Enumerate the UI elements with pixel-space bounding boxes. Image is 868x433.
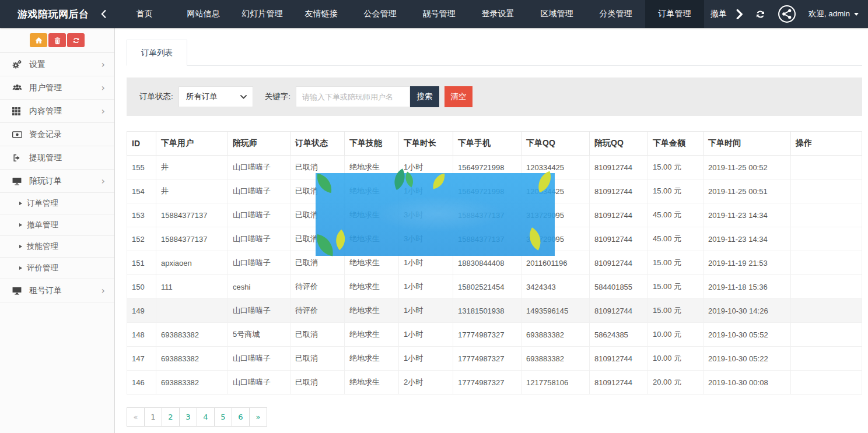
pagination-item[interactable]: 1 — [144, 407, 162, 427]
sidebar-subitem-review-mgmt[interactable]: 评价管理 — [0, 258, 114, 279]
table-cell: 810912744 — [590, 179, 648, 203]
table-cell: 5号商城 — [228, 323, 290, 347]
refresh-icon[interactable] — [755, 9, 765, 19]
table-cell: 2019-10-30 05:22 — [704, 347, 791, 371]
nav-item-nice-number[interactable]: 靓号管理 — [410, 0, 468, 28]
sidebar-item-settings[interactable]: 设置› — [0, 53, 114, 76]
pagination-item[interactable]: » — [249, 407, 267, 427]
table-cell: 810912744 — [590, 156, 648, 179]
pagination-item[interactable]: 3 — [179, 407, 197, 427]
nav-item-friend-links[interactable]: 友情链接 — [292, 0, 351, 28]
sidebar-collapse-icon[interactable] — [101, 10, 106, 18]
tab-order-list[interactable]: 订单列表 — [127, 40, 187, 66]
avatar-icon[interactable] — [778, 5, 796, 23]
table-cell — [791, 323, 862, 347]
grid-icon — [12, 107, 24, 115]
orders-table-wrap: ID下单用户陪玩师订单状态下单技能下单时长下单手机下单QQ陪玩QQ下单金额下单时… — [127, 131, 862, 395]
chevron-right-icon: › — [102, 83, 105, 93]
table-cell: 山口喵喵子 — [228, 347, 290, 371]
nav-item-cancel[interactable]: 撤单 — [704, 0, 729, 28]
table-cell: 810912744 — [590, 299, 648, 323]
nav-item-login-settings[interactable]: 登录设置 — [468, 0, 527, 28]
column-header: 陪玩师 — [228, 132, 290, 156]
chevron-right-icon: › — [102, 177, 105, 186]
table-row: 146693883382山口喵喵子已取消绝地求生2小时1777498732712… — [127, 371, 862, 395]
recycle-button[interactable] — [67, 33, 85, 47]
order-status-select[interactable]: 所有订单 — [178, 86, 253, 107]
table-cell: 10.00 元 — [648, 347, 704, 371]
table-cell: 13181501938 — [453, 299, 522, 323]
trash-button[interactable] — [48, 33, 66, 47]
user-menu[interactable]: 欢迎, admin — [808, 9, 859, 19]
sidebar-item-withdraw[interactable]: 提现管理 — [0, 146, 114, 170]
sidebar-subitem-skill-mgmt[interactable]: 技能管理 — [0, 236, 114, 258]
pagination-item[interactable]: 6 — [232, 407, 250, 427]
sidebar: 设置›用户管理›内容管理›资金记录提现管理陪玩订单›订单管理撤单管理技能管理评价… — [0, 28, 115, 433]
home-button[interactable] — [30, 33, 47, 47]
search-button[interactable]: 搜索 — [410, 86, 439, 107]
pagination-item[interactable]: 4 — [197, 407, 215, 427]
nav-item-category[interactable]: 分类管理 — [586, 0, 645, 28]
table-cell: 2019-11-25 00:51 — [704, 179, 791, 203]
table-cell — [791, 203, 862, 227]
table-cell: 15.00 元 — [648, 275, 704, 299]
sidebar-subitem-label: 评价管理 — [27, 263, 58, 273]
home-icon — [35, 37, 43, 44]
table-cell: 1小时 — [399, 323, 453, 347]
pagination-item[interactable]: 5 — [214, 407, 232, 427]
table-cell — [791, 156, 862, 179]
nav-item-guild[interactable]: 公会管理 — [351, 0, 410, 28]
order-status-value: 所有订单 — [186, 91, 218, 102]
sidebar-subitem-order-mgmt[interactable]: 订单管理 — [0, 193, 114, 214]
table-cell: 149 — [127, 299, 156, 323]
table-cell: 2019-11-19 21:53 — [704, 251, 791, 275]
nav-item-region[interactable]: 区域管理 — [527, 0, 586, 28]
leaf-icon — [522, 226, 550, 253]
table-cell: 已取消 — [290, 347, 345, 371]
keyword-input[interactable] — [296, 86, 410, 107]
table-cell: 152 — [127, 227, 156, 251]
table-cell — [791, 347, 862, 371]
sidebar-subitem-cancel-mgmt[interactable]: 撤单管理 — [0, 214, 114, 236]
table-cell: 山口喵喵子 — [228, 156, 290, 179]
nav-item-orders[interactable]: 订单管理 — [645, 0, 704, 28]
table-cell: apxiaoen — [156, 251, 228, 275]
sidebar-item-funds[interactable]: 资金记录 — [0, 123, 114, 146]
table-cell: 20.00 元 — [648, 371, 704, 395]
caret-right-icon — [19, 202, 22, 205]
nav-item-site-info[interactable]: 网站信息 — [174, 0, 233, 28]
table-cell: 3424343 — [522, 275, 590, 299]
table-cell — [156, 299, 228, 323]
table-cell: 810912744 — [590, 371, 648, 395]
table-cell: 693883382 — [522, 323, 590, 347]
pagination-item[interactable]: « — [127, 407, 145, 427]
sign-out-icon — [12, 154, 24, 162]
table-cell: 15.00 元 — [648, 179, 704, 203]
sidebar-item-label: 用户管理 — [29, 83, 102, 93]
table-row: 1486938833825号商城已取消绝地求生1小时17774987327693… — [127, 323, 862, 347]
sidebar-item-label: 内容管理 — [29, 106, 102, 117]
nav-item-home[interactable]: 首页 — [115, 0, 174, 28]
column-header: 下单用户 — [156, 132, 228, 156]
column-header: 下单技能 — [345, 132, 399, 156]
nav-scroll-right-icon[interactable] — [736, 9, 743, 19]
sidebar-item-label: 资金记录 — [29, 129, 105, 140]
trash-icon — [54, 37, 61, 44]
table-cell: 17774987327 — [453, 323, 522, 347]
sidebar-item-user-mgmt[interactable]: 用户管理› — [0, 76, 114, 100]
table-cell: 45.00 元 — [648, 227, 704, 251]
monitor-icon — [12, 177, 24, 185]
order-status-label: 订单状态: — [139, 91, 173, 102]
leaf-icon — [430, 170, 448, 190]
sidebar-item-content-mgmt[interactable]: 内容管理› — [0, 100, 114, 123]
pagination-item[interactable]: 2 — [162, 407, 180, 427]
clear-button[interactable]: 清空 — [444, 86, 473, 107]
column-header: ID — [127, 132, 156, 156]
nav-item-slides[interactable]: 幻灯片管理 — [233, 0, 292, 28]
sidebar-item-play-orders[interactable]: 陪玩订单› — [0, 170, 114, 193]
table-cell: 待评价 — [290, 299, 345, 323]
sidebar-item-rent-orders[interactable]: 租号订单› — [0, 279, 114, 302]
table-cell: 2019-10-30 05:52 — [704, 323, 791, 347]
table-cell: 山口喵喵子 — [228, 299, 290, 323]
sidebar-item-label: 陪玩订单 — [29, 176, 102, 186]
